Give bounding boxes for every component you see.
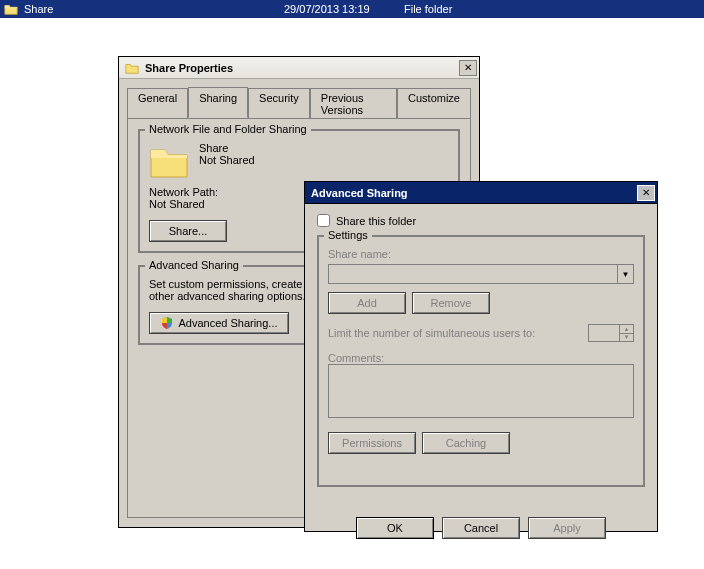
cancel-button[interactable]: Cancel <box>442 517 520 539</box>
share-button[interactable]: Share... <box>149 220 227 242</box>
share-item-name: Share <box>199 142 255 154</box>
limit-value <box>589 325 619 341</box>
tab-customize[interactable]: Customize <box>397 88 471 119</box>
close-icon[interactable]: ✕ <box>637 185 655 201</box>
tab-previous-versions[interactable]: Previous Versions <box>310 88 397 119</box>
share-item-status: Not Shared <box>199 154 255 166</box>
titlebar[interactable]: Share Properties ✕ <box>119 57 479 79</box>
tab-general[interactable]: General <box>127 88 188 119</box>
dialog-title: Advanced Sharing <box>311 187 637 199</box>
row-type: File folder <box>404 3 504 15</box>
comments-label: Comments: <box>328 352 634 364</box>
row-name: Share <box>24 3 284 15</box>
share-name-combo: ▼ <box>328 264 634 284</box>
folder-icon <box>4 2 18 16</box>
add-button: Add <box>328 292 406 314</box>
advanced-sharing-dialog: Advanced Sharing ✕ Share this folder Set… <box>304 181 658 532</box>
comments-textarea <box>328 364 634 418</box>
share-name-input <box>329 265 617 283</box>
group-legend: Settings <box>324 229 372 241</box>
window-title: Share Properties <box>145 62 459 74</box>
limit-label: Limit the number of simultaneous users t… <box>328 327 580 339</box>
close-icon[interactable]: ✕ <box>459 60 477 76</box>
tab-sharing[interactable]: Sharing <box>188 87 248 118</box>
folder-icon <box>149 142 189 180</box>
dialog-footer: OK Cancel Apply <box>305 509 657 551</box>
row-date: 29/07/2013 13:19 <box>284 3 404 15</box>
group-legend: Network File and Folder Sharing <box>145 123 311 135</box>
folder-icon <box>125 61 139 75</box>
limit-spinner: ▲ ▼ <box>588 324 634 342</box>
group-settings: Settings Share name: ▼ Add Remove Limit … <box>317 235 645 487</box>
shield-icon <box>160 316 174 330</box>
spin-up-icon: ▲ <box>619 325 633 334</box>
permissions-button: Permissions <box>328 432 416 454</box>
spin-down-icon: ▼ <box>619 334 633 342</box>
advanced-sharing-button[interactable]: Advanced Sharing... <box>149 312 289 334</box>
ok-button[interactable]: OK <box>356 517 434 539</box>
titlebar[interactable]: Advanced Sharing ✕ <box>305 182 657 204</box>
share-this-folder-label: Share this folder <box>336 215 416 227</box>
share-name-label: Share name: <box>328 248 634 260</box>
share-this-folder-input[interactable] <box>317 214 330 227</box>
remove-button: Remove <box>412 292 490 314</box>
tabs: General Sharing Security Previous Versio… <box>127 87 471 118</box>
share-this-folder-checkbox[interactable]: Share this folder <box>317 214 645 227</box>
apply-button: Apply <box>528 517 606 539</box>
group-legend: Advanced Sharing <box>145 259 243 271</box>
advanced-sharing-button-label: Advanced Sharing... <box>178 317 277 329</box>
tab-security[interactable]: Security <box>248 88 310 119</box>
caching-button: Caching <box>422 432 510 454</box>
explorer-row[interactable]: Share 29/07/2013 13:19 File folder <box>0 0 704 18</box>
chevron-down-icon: ▼ <box>617 265 633 283</box>
